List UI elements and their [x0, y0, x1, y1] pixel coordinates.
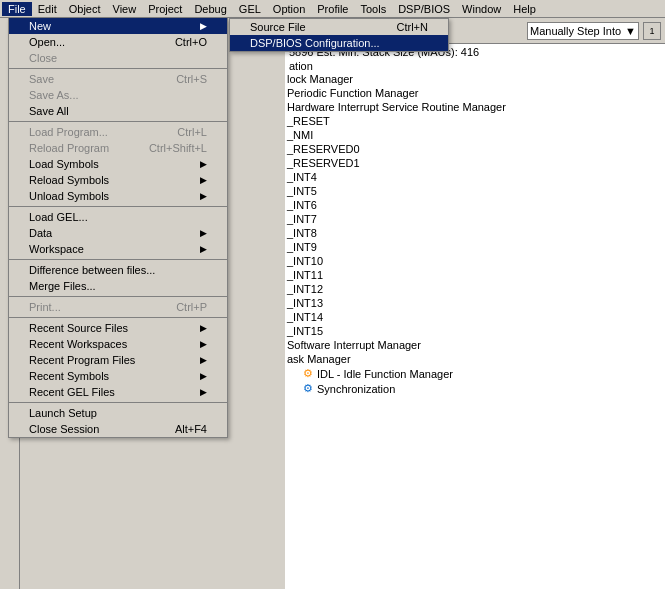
menu-item-reload-program: Reload Program Ctrl+Shift+L	[9, 140, 227, 156]
menu-item-recent-symbols[interactable]: Recent Symbols ▶	[9, 368, 227, 384]
right-panel: ◀ ▶ ⏸ ▷ ↷ ↩ Manually Step Into ▼ 1 5896 …	[285, 18, 665, 589]
list-item: _INT7	[285, 212, 665, 226]
menu-item-new[interactable]: New ▶ Source File Ctrl+N DSP/BIOS Config…	[9, 18, 227, 34]
list-item: Periodic Function Manager	[285, 86, 665, 100]
file-menu: New ▶ Source File Ctrl+N DSP/BIOS Config…	[8, 18, 228, 438]
submenu-arrow-icon: ▶	[200, 339, 207, 349]
list-item: _INT6	[285, 198, 665, 212]
step-mode-dropdown[interactable]: Manually Step Into ▼	[527, 22, 639, 40]
menu-sep-7	[9, 402, 227, 403]
menu-sep-4	[9, 259, 227, 260]
menubar-tools[interactable]: Tools	[354, 2, 392, 16]
menu-item-close-session[interactable]: Close Session Alt+F4	[9, 421, 227, 437]
menu-sep-2	[9, 121, 227, 122]
list-item: _INT12	[285, 282, 665, 296]
list-item: _INT10	[285, 254, 665, 268]
menubar-debug[interactable]: Debug	[188, 2, 232, 16]
shortcut-label: Ctrl+P	[176, 301, 207, 313]
menubar-window[interactable]: Window	[456, 2, 507, 16]
shortcut-label: Ctrl+L	[177, 126, 207, 138]
submenu-arrow-icon: ▶	[200, 159, 207, 169]
menu-sep-1	[9, 68, 227, 69]
submenu-arrow-icon: ▶	[200, 323, 207, 333]
submenu-arrow-icon: ▶	[200, 387, 207, 397]
submenu-item-dspbios-config[interactable]: DSP/BIOS Configuration...	[230, 35, 448, 51]
list-item: ask Manager	[285, 352, 665, 366]
list-item: _INT4	[285, 170, 665, 184]
menu-sep-3	[9, 206, 227, 207]
menu-sep-6	[9, 317, 227, 318]
list-item: ⚙ IDL - Idle Function Manager	[285, 366, 665, 381]
menu-item-recent-gel[interactable]: Recent GEL Files ▶	[9, 384, 227, 400]
dropdown-arrow-icon: ▼	[625, 25, 636, 37]
menu-item-recent-workspaces[interactable]: Recent Workspaces ▶	[9, 336, 227, 352]
menu-item-data[interactable]: Data ▶	[9, 225, 227, 241]
menu-item-unload-symbols[interactable]: Unload Symbols ▶	[9, 188, 227, 204]
list-item: Hardware Interrupt Service Routine Manag…	[285, 100, 665, 114]
list-item: _INT11	[285, 268, 665, 282]
submenu-arrow-icon: ▶	[200, 355, 207, 365]
menu-item-close: Close	[9, 50, 227, 66]
list-item: _RESET	[285, 114, 665, 128]
sync-icon: ⚙	[303, 382, 313, 395]
idl-icon: ⚙	[303, 367, 313, 380]
submenu-arrow-icon: ▶	[200, 175, 207, 185]
menu-item-launch-setup[interactable]: Launch Setup	[9, 405, 227, 421]
list-item: _INT8	[285, 226, 665, 240]
submenu-item-source-file[interactable]: Source File Ctrl+N	[230, 19, 448, 35]
menu-item-save: Save Ctrl+S	[9, 71, 227, 87]
menubar-file[interactable]: File	[2, 2, 32, 16]
submenu-arrow-icon: ▶	[200, 228, 207, 238]
shortcut-label: Ctrl+S	[176, 73, 207, 85]
menu-item-print: Print... Ctrl+P	[9, 299, 227, 315]
menu-item-diff-files[interactable]: Difference between files...	[9, 262, 227, 278]
menu-item-reload-symbols[interactable]: Reload Symbols ▶	[9, 172, 227, 188]
section-label: ation	[285, 60, 665, 72]
menubar-option[interactable]: Option	[267, 2, 311, 16]
menu-sep-5	[9, 296, 227, 297]
shortcut-label: Ctrl+O	[175, 36, 207, 48]
list-item: _INT14	[285, 310, 665, 324]
menu-item-recent-source[interactable]: Recent Source Files ▶	[9, 320, 227, 336]
menu-item-save-as: Save As...	[9, 87, 227, 103]
menubar-project[interactable]: Project	[142, 2, 188, 16]
menu-item-load-program: Load Program... Ctrl+L	[9, 124, 227, 140]
submenu-arrow-icon: ▶	[200, 371, 207, 381]
menubar-help[interactable]: Help	[507, 2, 542, 16]
submenu-arrow-icon: ▶	[200, 21, 207, 31]
tree-view: lock Manager Periodic Function Manager H…	[285, 72, 665, 396]
list-item: Software Interrupt Manager	[285, 338, 665, 352]
submenu-arrow-icon: ▶	[200, 244, 207, 254]
menubar: File Edit Object View Project Debug GEL …	[0, 0, 665, 18]
list-item: _INT5	[285, 184, 665, 198]
menubar-edit[interactable]: Edit	[32, 2, 63, 16]
shortcut-label: Ctrl+N	[397, 21, 428, 33]
menu-item-merge-files[interactable]: Merge Files...	[9, 278, 227, 294]
list-item: _INT9	[285, 240, 665, 254]
list-item: _RESERVED1	[285, 156, 665, 170]
shortcut-label: Alt+F4	[175, 423, 207, 435]
menubar-dspbios[interactable]: DSP/BIOS	[392, 2, 456, 16]
list-item: _RESERVED0	[285, 142, 665, 156]
list-item: ⚙ Synchronization	[285, 381, 665, 396]
menubar-gel[interactable]: GEL	[233, 2, 267, 16]
menu-item-save-all[interactable]: Save All	[9, 103, 227, 119]
menu-item-recent-program[interactable]: Recent Program Files ▶	[9, 352, 227, 368]
new-submenu: Source File Ctrl+N DSP/BIOS Configuratio…	[229, 18, 449, 52]
list-item: _NMI	[285, 128, 665, 142]
list-item: _INT13	[285, 296, 665, 310]
list-item: _INT15	[285, 324, 665, 338]
menubar-object[interactable]: Object	[63, 2, 107, 16]
menu-item-load-gel[interactable]: Load GEL...	[9, 209, 227, 225]
menu-item-load-symbols[interactable]: Load Symbols ▶	[9, 156, 227, 172]
shortcut-label: Ctrl+Shift+L	[149, 142, 207, 154]
step-count[interactable]: 1	[643, 22, 661, 40]
submenu-arrow-icon: ▶	[200, 191, 207, 201]
menubar-profile[interactable]: Profile	[311, 2, 354, 16]
menu-item-workspace[interactable]: Workspace ▶	[9, 241, 227, 257]
menu-item-open[interactable]: Open... Ctrl+O	[9, 34, 227, 50]
list-item: lock Manager	[285, 72, 665, 86]
menubar-view[interactable]: View	[107, 2, 143, 16]
